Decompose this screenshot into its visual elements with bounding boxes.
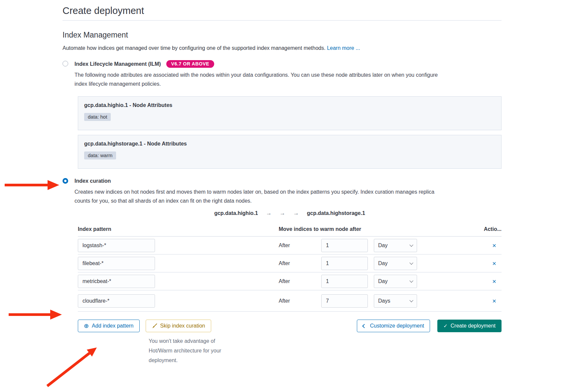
flow-arrow-icon: → [266,210,272,217]
node-attribute-badge-hot: data: hot [84,113,111,121]
annotation-arrow-index-curation [4,179,61,191]
after-label: After [279,243,293,248]
create-deployment-label: Create deployment [451,323,496,329]
table-row-cloudflare: After Days × [78,290,502,312]
index-pattern-input[interactable] [78,239,155,252]
time-unit-value: Day [378,260,387,266]
chevron-down-icon [409,279,413,282]
chevron-down-icon [409,298,413,302]
node-attribute-badge-warm: data: warm [84,151,116,159]
column-header-index-pattern: Index pattern [78,226,155,232]
time-unit-value: Day [378,243,387,248]
index-pattern-input[interactable] [78,275,155,288]
node-panel-highio-title: gcp.data.highio.1 - Node Attributes [84,102,495,108]
time-unit-value: Day [378,278,387,284]
node-panel-highstorage: gcp.data.highstorage.1 - Node Attributes… [78,135,502,169]
hot-warm-flow: gcp.data.highio.1 → → → gcp.data.highsto… [78,210,502,217]
remove-row-icon[interactable]: × [492,260,496,267]
option-index-curation: Index curation Creates new indices on ho… [63,177,502,205]
flow-arrow-icon: → [293,210,299,217]
column-header-actions: Actio... [480,226,502,232]
remove-row-icon[interactable]: × [492,298,496,304]
ilm-option-description: The following node attributes are associ… [74,70,442,88]
index-pattern-input[interactable] [78,257,155,270]
section-description-text: Automate how indices get managed over ti… [63,45,326,51]
time-unit-select[interactable]: Day [374,239,417,252]
remove-row-icon[interactable]: × [492,278,496,285]
remove-row-icon[interactable]: × [492,242,496,249]
curation-option-body: Index curation Creates new indices on ho… [74,177,447,205]
after-label: After [279,278,293,284]
page-title: Create deployment [63,5,502,21]
table-row-logstash: After Day × [78,237,502,254]
section-description: Automate how indices get managed over ti… [63,45,502,51]
column-header-move-indices: Move indices to warm node after [279,226,361,232]
main-content: Create deployment Index Management Autom… [63,0,502,365]
flow-arrow-icon: → [280,210,285,217]
time-unit-select[interactable]: Days [374,294,417,308]
add-index-pattern-button[interactable]: ⊕ Add index pattern [78,320,140,332]
skip-index-curation-label: Skip index curation [160,323,205,329]
learn-more-link[interactable]: Learn more ... [327,45,360,51]
skip-curation-warning-text: You won't take advantage of Hot/Warm arc… [149,336,224,365]
version-badge: V6.7 OR ABOVE [166,60,215,68]
broom-icon [152,323,157,329]
warm-after-value-input[interactable] [321,294,368,308]
skip-index-curation-button[interactable]: Skip index curation [146,320,211,332]
plus-circle-icon: ⊕ [84,323,89,329]
table-row-filebeat: After Day × [78,254,502,272]
after-label: After [279,298,293,304]
create-deployment-button[interactable]: ✓ Create deployment [437,320,502,332]
time-unit-select[interactable]: Day [374,257,417,270]
table-row-metricbeat: After Day × [78,272,502,290]
option-ilm: Index Lifecycle Management (ILM) V6.7 OR… [63,60,502,88]
annotation-arrow-cloudflare-row [8,309,65,320]
chevron-down-icon [409,261,413,264]
ilm-option-label[interactable]: Index Lifecycle Management (ILM) [74,60,161,68]
check-icon: ✓ [443,323,448,329]
warm-after-value-input[interactable] [321,275,368,288]
flow-target-node: gcp.data.highstorage.1 [307,210,365,216]
add-index-pattern-label: Add index pattern [92,323,133,329]
after-label: After [279,260,293,266]
actions-bar: ⊕ Add index pattern Skip index curation … [78,320,502,332]
warm-after-value-input[interactable] [321,257,368,270]
curation-option-label[interactable]: Index curation [74,177,111,185]
time-unit-value: Days [378,298,390,304]
section-title-index-management: Index Management [63,31,502,40]
flow-source-node: gcp.data.highio.1 [214,210,258,216]
warm-after-value-input[interactable] [321,239,368,252]
node-panel-highio: gcp.data.highio.1 - Node Attributes data… [78,96,502,130]
chevron-left-icon [363,324,367,328]
index-pattern-table: Index pattern Move indices to warm node … [78,217,502,312]
table-header-row: Index pattern Move indices to warm node … [78,217,502,237]
customize-deployment-label: Customize deployment [370,323,424,329]
curation-option-description: Creates new indices on hot nodes first a… [74,187,447,205]
time-unit-select[interactable]: Day [374,275,417,288]
chevron-down-icon [409,243,413,246]
node-panel-highstorage-title: gcp.data.highstorage.1 - Node Attributes [84,141,495,147]
customize-deployment-button[interactable]: Customize deployment [357,320,430,332]
index-curation-radio[interactable] [63,178,68,184]
index-pattern-input[interactable] [78,294,155,308]
ilm-option-body: Index Lifecycle Management (ILM) V6.7 OR… [74,60,442,88]
ilm-radio[interactable] [63,61,68,66]
